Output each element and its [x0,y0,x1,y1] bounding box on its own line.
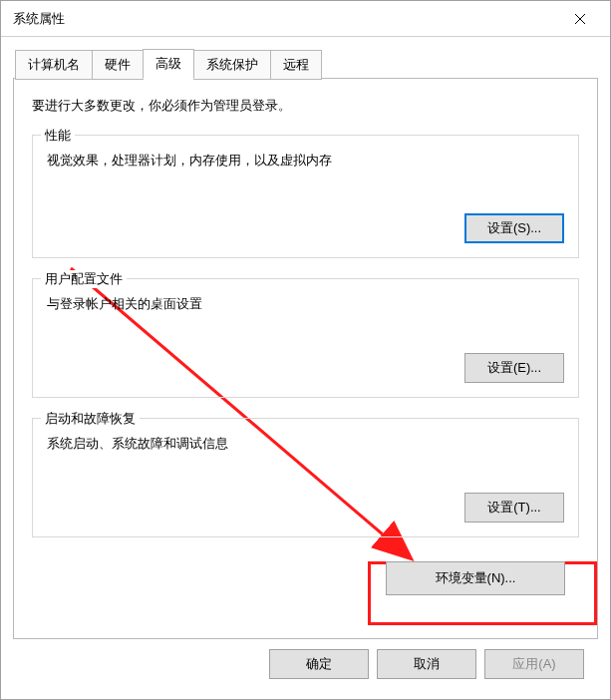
user-profiles-settings-button[interactable]: 设置(E)... [464,353,564,383]
user-profiles-group: 用户配置文件 与登录帐户相关的桌面设置 设置(E)... [32,278,579,398]
tab-remote[interactable]: 远程 [270,50,322,80]
environment-variables-button[interactable]: 环境变量(N)... [386,561,565,595]
titlebar: 系统属性 [1,1,610,37]
startup-recovery-legend: 启动和故障恢复 [41,410,140,428]
startup-recovery-settings-button[interactable]: 设置(T)... [464,493,564,523]
tabstrip: 计算机名 硬件 高级 系统保护 远程 [13,49,598,79]
close-button[interactable] [557,4,602,34]
dialog-buttons: 确定 取消 应用(A) [13,639,598,691]
system-properties-window: 系统属性 计算机名 硬件 高级 系统保护 远程 要进行大多数更改，你必须作为管理… [0,0,611,700]
tab-hardware[interactable]: 硬件 [92,50,144,80]
performance-desc: 视觉效果，处理器计划，内存使用，以及虚拟内存 [47,152,564,170]
ok-button[interactable]: 确定 [269,649,369,679]
startup-recovery-group: 启动和故障恢复 系统启动、系统故障和调试信息 设置(T)... [32,418,579,537]
user-profiles-desc: 与登录帐户相关的桌面设置 [47,295,564,313]
startup-recovery-desc: 系统启动、系统故障和调试信息 [47,435,564,453]
tab-computer-name[interactable]: 计算机名 [15,50,93,80]
performance-group: 性能 视觉效果，处理器计划，内存使用，以及虚拟内存 设置(S)... [32,135,579,258]
close-icon [574,13,586,25]
window-title: 系统属性 [13,10,557,28]
advanced-panel: 要进行大多数更改，你必须作为管理员登录。 性能 视觉效果，处理器计划，内存使用，… [13,78,598,639]
admin-note: 要进行大多数更改，你必须作为管理员登录。 [32,97,579,115]
tab-system-protection[interactable]: 系统保护 [193,50,271,80]
performance-legend: 性能 [41,127,75,145]
cancel-button[interactable]: 取消 [377,649,476,679]
tab-advanced[interactable]: 高级 [143,49,194,79]
window-body: 计算机名 硬件 高级 系统保护 远程 要进行大多数更改，你必须作为管理员登录。 … [1,37,610,699]
performance-settings-button[interactable]: 设置(S)... [464,213,564,243]
user-profiles-legend: 用户配置文件 [41,270,127,288]
apply-button[interactable]: 应用(A) [484,649,584,679]
